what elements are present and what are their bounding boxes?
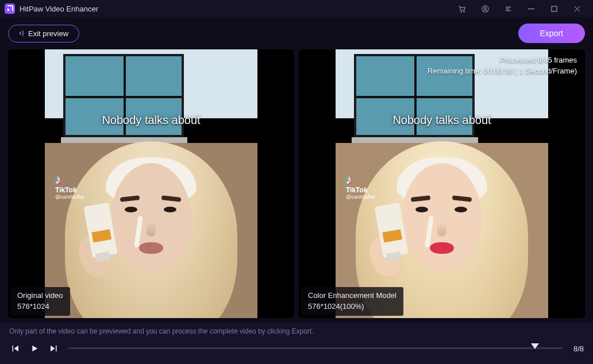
original-panel: Nobody talks about TikTok @carshiaffar O… — [8, 49, 294, 318]
tiktok-watermark: TikTok @carshiaffar — [346, 172, 375, 200]
enhanced-frame: Nobody talks about TikTok @carshiaffar — [336, 49, 548, 318]
playback-controls: 8/8 — [9, 342, 584, 355]
preview-hint: Only part of the video can be previewed … — [9, 327, 584, 335]
next-frame-button[interactable] — [48, 343, 60, 354]
timeline[interactable] — [68, 342, 562, 355]
window-close-icon[interactable] — [565, 0, 588, 17]
bottom-bar: Only part of the video can be previewed … — [0, 323, 593, 364]
exit-preview-label: Exit preview — [28, 29, 68, 38]
original-frame: Nobody talks about TikTok @carshiaffar — [45, 49, 257, 318]
exit-icon — [17, 29, 25, 37]
svg-point-0 — [460, 11, 461, 12]
enhanced-panel: Nobody talks about TikTok @carshiaffar P… — [299, 49, 585, 318]
original-panel-label: Original video 576*1024 — [10, 287, 70, 316]
tiktok-watermark: TikTok @carshiaffar — [55, 172, 84, 200]
svg-point-1 — [463, 11, 464, 12]
previous-frame-button[interactable] — [9, 343, 21, 354]
titlebar: HitPaw Video Enhancer — [0, 0, 593, 17]
processing-status: Processed 8/45 frames Remaining time: 00… — [428, 55, 577, 77]
video-caption: Nobody talks about — [392, 114, 491, 127]
enhanced-resolution: 576*1024(100%) — [308, 301, 396, 312]
playhead-icon[interactable] — [531, 343, 539, 349]
frame-counter: 8/8 — [573, 344, 584, 353]
account-icon[interactable] — [473, 0, 496, 17]
original-title: Original video — [17, 291, 63, 301]
tiktok-logo-icon — [346, 172, 359, 186]
window-maximize-icon[interactable] — [542, 0, 565, 17]
remaining-time-text: Remaining time: 00:00:38 ( 1 Second/Fram… — [428, 66, 577, 77]
app-logo-icon — [5, 3, 15, 14]
toolbar: Exit preview Export — [0, 17, 593, 49]
exit-preview-button[interactable]: Exit preview — [8, 25, 79, 42]
export-button[interactable]: Export — [518, 24, 585, 43]
processed-frames-text: Processed 8/45 frames — [428, 55, 577, 66]
window-minimize-icon[interactable] — [519, 0, 542, 17]
svg-rect-8 — [552, 6, 557, 11]
svg-point-3 — [484, 7, 486, 9]
app-title: HitPaw Video Enhancer — [20, 5, 98, 13]
compare-area: Nobody talks about TikTok @carshiaffar O… — [8, 49, 585, 318]
enhanced-panel-label: Color Enhancement Model 576*1024(100%) — [301, 287, 403, 316]
play-button[interactable] — [29, 343, 40, 354]
enhanced-title: Color Enhancement Model — [308, 291, 396, 301]
cart-icon[interactable] — [450, 0, 473, 17]
original-resolution: 576*1024 — [17, 301, 63, 312]
tiktok-logo-icon — [55, 172, 68, 186]
menu-icon[interactable] — [496, 0, 519, 17]
video-caption: Nobody talks about — [102, 114, 200, 127]
